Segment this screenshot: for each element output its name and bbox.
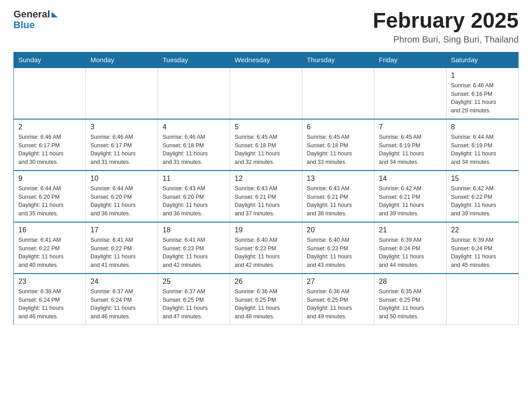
calendar-cell <box>14 68 86 119</box>
calendar-cell: 21Sunrise: 6:39 AM Sunset: 6:24 PM Dayli… <box>374 222 446 274</box>
day-info: Sunrise: 6:44 AM Sunset: 6:20 PM Dayligh… <box>90 184 153 218</box>
day-number: 7 <box>379 123 442 131</box>
calendar-table: SundayMondayTuesdayWednesdayThursdayFrid… <box>13 52 519 325</box>
calendar-cell: 6Sunrise: 6:45 AM Sunset: 6:18 PM Daylig… <box>302 119 374 171</box>
day-info: Sunrise: 6:40 AM Sunset: 6:23 PM Dayligh… <box>307 236 369 270</box>
day-number: 26 <box>235 278 297 286</box>
calendar-cell: 10Sunrise: 6:44 AM Sunset: 6:20 PM Dayli… <box>86 171 158 222</box>
day-number: 11 <box>163 175 225 183</box>
calendar-week-row: 2Sunrise: 6:46 AM Sunset: 6:17 PM Daylig… <box>14 119 519 171</box>
calendar-cell: 9Sunrise: 6:44 AM Sunset: 6:20 PM Daylig… <box>14 171 86 222</box>
day-number: 4 <box>163 123 225 131</box>
calendar-cell: 3Sunrise: 6:46 AM Sunset: 6:17 PM Daylig… <box>86 119 158 171</box>
day-number: 14 <box>379 175 442 183</box>
logo-general: General <box>13 9 50 20</box>
day-info: Sunrise: 6:38 AM Sunset: 6:24 PM Dayligh… <box>18 287 81 321</box>
day-info: Sunrise: 6:41 AM Sunset: 6:22 PM Dayligh… <box>18 236 81 270</box>
day-number: 2 <box>18 123 81 131</box>
day-number: 8 <box>451 123 514 131</box>
day-info: Sunrise: 6:43 AM Sunset: 6:21 PM Dayligh… <box>307 184 369 218</box>
weekday-header-friday: Friday <box>374 52 446 68</box>
logo-triangle-icon <box>51 12 58 17</box>
day-number: 6 <box>307 123 369 131</box>
day-number: 1 <box>451 72 514 80</box>
calendar-cell: 12Sunrise: 6:43 AM Sunset: 6:21 PM Dayli… <box>230 171 302 222</box>
calendar-cell: 24Sunrise: 6:37 AM Sunset: 6:24 PM Dayli… <box>86 274 158 325</box>
day-number: 17 <box>90 226 153 234</box>
calendar-cell: 7Sunrise: 6:45 AM Sunset: 6:19 PM Daylig… <box>374 119 446 171</box>
calendar-header-row: SundayMondayTuesdayWednesdayThursdayFrid… <box>14 52 519 68</box>
calendar-cell <box>374 68 446 119</box>
weekday-header-wednesday: Wednesday <box>230 52 302 68</box>
day-number: 19 <box>235 226 297 234</box>
day-info: Sunrise: 6:45 AM Sunset: 6:18 PM Dayligh… <box>235 133 297 167</box>
calendar-cell: 28Sunrise: 6:35 AM Sunset: 6:25 PM Dayli… <box>374 274 446 325</box>
day-info: Sunrise: 6:46 AM Sunset: 6:17 PM Dayligh… <box>90 133 153 167</box>
day-info: Sunrise: 6:39 AM Sunset: 6:24 PM Dayligh… <box>379 236 442 270</box>
day-number: 23 <box>18 278 81 286</box>
calendar-cell <box>158 68 230 119</box>
calendar-cell: 13Sunrise: 6:43 AM Sunset: 6:21 PM Dayli… <box>302 171 374 222</box>
calendar-cell: 5Sunrise: 6:45 AM Sunset: 6:18 PM Daylig… <box>230 119 302 171</box>
day-number: 25 <box>163 278 225 286</box>
calendar-cell: 27Sunrise: 6:36 AM Sunset: 6:25 PM Dayli… <box>302 274 374 325</box>
day-number: 21 <box>379 226 442 234</box>
location: Phrom Buri, Sing Buri, Thailand <box>373 34 519 45</box>
day-info: Sunrise: 6:42 AM Sunset: 6:21 PM Dayligh… <box>379 184 442 218</box>
day-info: Sunrise: 6:37 AM Sunset: 6:25 PM Dayligh… <box>163 287 225 321</box>
weekday-header-monday: Monday <box>86 52 158 68</box>
calendar-week-row: 16Sunrise: 6:41 AM Sunset: 6:22 PM Dayli… <box>14 222 519 274</box>
day-number: 10 <box>90 175 153 183</box>
day-number: 12 <box>235 175 297 183</box>
calendar-cell <box>230 68 302 119</box>
day-number: 24 <box>90 278 153 286</box>
weekday-header-saturday: Saturday <box>446 52 519 68</box>
day-number: 9 <box>18 175 81 183</box>
day-info: Sunrise: 6:42 AM Sunset: 6:22 PM Dayligh… <box>451 184 514 218</box>
day-info: Sunrise: 6:46 AM Sunset: 6:16 PM Dayligh… <box>451 81 514 115</box>
weekday-header-thursday: Thursday <box>302 52 374 68</box>
day-number: 27 <box>307 278 369 286</box>
day-info: Sunrise: 6:36 AM Sunset: 6:25 PM Dayligh… <box>235 287 297 321</box>
month-title: February 2025 <box>373 9 519 33</box>
calendar-cell: 20Sunrise: 6:40 AM Sunset: 6:23 PM Dayli… <box>302 222 374 274</box>
day-info: Sunrise: 6:45 AM Sunset: 6:19 PM Dayligh… <box>379 133 442 167</box>
calendar-cell: 23Sunrise: 6:38 AM Sunset: 6:24 PM Dayli… <box>14 274 86 325</box>
calendar-week-row: 23Sunrise: 6:38 AM Sunset: 6:24 PM Dayli… <box>14 274 519 325</box>
page-header: General Blue February 2025 Phrom Buri, S… <box>13 9 519 45</box>
day-info: Sunrise: 6:35 AM Sunset: 6:25 PM Dayligh… <box>379 287 442 321</box>
calendar-cell: 1Sunrise: 6:46 AM Sunset: 6:16 PM Daylig… <box>446 68 519 119</box>
calendar-cell <box>86 68 158 119</box>
day-number: 16 <box>18 226 81 234</box>
day-info: Sunrise: 6:46 AM Sunset: 6:17 PM Dayligh… <box>18 133 81 167</box>
calendar-body: 1Sunrise: 6:46 AM Sunset: 6:16 PM Daylig… <box>14 68 519 325</box>
day-number: 15 <box>451 175 514 183</box>
day-info: Sunrise: 6:39 AM Sunset: 6:24 PM Dayligh… <box>451 236 514 270</box>
calendar-cell <box>302 68 374 119</box>
day-info: Sunrise: 6:46 AM Sunset: 6:18 PM Dayligh… <box>163 133 225 167</box>
day-info: Sunrise: 6:36 AM Sunset: 6:25 PM Dayligh… <box>307 287 369 321</box>
weekday-header-sunday: Sunday <box>14 52 86 68</box>
day-info: Sunrise: 6:45 AM Sunset: 6:18 PM Dayligh… <box>307 133 369 167</box>
day-number: 18 <box>163 226 225 234</box>
calendar-cell: 4Sunrise: 6:46 AM Sunset: 6:18 PM Daylig… <box>158 119 230 171</box>
logo: General Blue <box>13 9 58 30</box>
day-number: 20 <box>307 226 369 234</box>
day-number: 28 <box>379 278 442 286</box>
calendar-cell: 22Sunrise: 6:39 AM Sunset: 6:24 PM Dayli… <box>446 222 519 274</box>
weekday-header-tuesday: Tuesday <box>158 52 230 68</box>
day-info: Sunrise: 6:43 AM Sunset: 6:20 PM Dayligh… <box>163 184 225 218</box>
calendar-cell: 18Sunrise: 6:41 AM Sunset: 6:23 PM Dayli… <box>158 222 230 274</box>
calendar-cell: 8Sunrise: 6:44 AM Sunset: 6:19 PM Daylig… <box>446 119 519 171</box>
calendar-cell: 15Sunrise: 6:42 AM Sunset: 6:22 PM Dayli… <box>446 171 519 222</box>
calendar-cell: 14Sunrise: 6:42 AM Sunset: 6:21 PM Dayli… <box>374 171 446 222</box>
day-info: Sunrise: 6:41 AM Sunset: 6:23 PM Dayligh… <box>163 236 225 270</box>
day-info: Sunrise: 6:40 AM Sunset: 6:23 PM Dayligh… <box>235 236 297 270</box>
calendar-cell: 16Sunrise: 6:41 AM Sunset: 6:22 PM Dayli… <box>14 222 86 274</box>
day-info: Sunrise: 6:43 AM Sunset: 6:21 PM Dayligh… <box>235 184 297 218</box>
calendar-week-row: 9Sunrise: 6:44 AM Sunset: 6:20 PM Daylig… <box>14 171 519 222</box>
calendar-cell: 25Sunrise: 6:37 AM Sunset: 6:25 PM Dayli… <box>158 274 230 325</box>
day-info: Sunrise: 6:41 AM Sunset: 6:22 PM Dayligh… <box>90 236 153 270</box>
day-info: Sunrise: 6:44 AM Sunset: 6:19 PM Dayligh… <box>451 133 514 167</box>
day-number: 22 <box>451 226 514 234</box>
